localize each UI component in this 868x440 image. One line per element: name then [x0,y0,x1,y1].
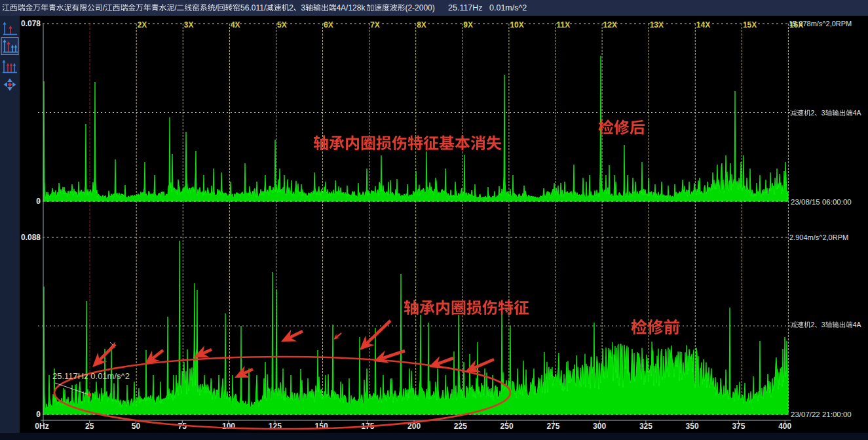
svg-text:25: 25 [85,422,94,431]
svg-text:2X: 2X [138,20,147,30]
svg-text:7X: 7X [370,20,380,30]
svg-text:4A/128k: 4A/128k [336,3,366,12]
svg-text:23/07/22 21:00:00: 23/07/22 21:00:00 [791,410,852,418]
svg-text:15X: 15X [743,20,757,30]
svg-text:0.088: 0.088 [21,233,41,242]
svg-text:0.078: 0.078 [21,19,41,28]
svg-text:10X: 10X [510,20,523,30]
svg-text:3: 3 [301,3,306,12]
svg-text:13X: 13X [650,20,664,30]
svg-text:3X: 3X [184,20,194,30]
svg-text:2: 2 [811,109,815,117]
svg-text:4X: 4X [231,20,240,30]
svg-text:50: 50 [132,422,141,431]
svg-text:(2-2000): (2-2000) [405,3,434,12]
svg-text:5X: 5X [277,20,287,30]
svg-text:275: 275 [546,422,559,431]
svg-text:150: 150 [315,422,328,431]
svg-text:11X: 11X [557,20,571,30]
svg-text:2: 2 [289,3,293,12]
svg-text:6X: 6X [324,20,333,30]
svg-text:0: 0 [36,197,41,206]
svg-text:9X: 9X [463,20,473,30]
svg-text:25.117Hz 0.01m/s^2: 25.117Hz 0.01m/s^2 [52,371,130,381]
svg-text:0.01m/s^2: 0.01m/s^2 [489,3,527,12]
svg-text:3: 3 [821,109,825,117]
svg-text:225: 225 [454,422,467,431]
svg-text:12X: 12X [603,20,617,30]
svg-text:15.078m/s^2,0RPM: 15.078m/s^2,0RPM [789,20,852,28]
svg-text:14X: 14X [696,20,710,30]
svg-text:23/08/15 06:00:00: 23/08/15 06:00:00 [791,198,852,206]
svg-text:400: 400 [778,422,791,431]
svg-text:4A: 4A [853,321,861,329]
svg-text:2.904m/s^2,0RPM: 2.904m/s^2,0RPM [789,233,848,241]
svg-text:25.117Hz: 25.117Hz [448,3,483,12]
svg-text:0Hz: 0Hz [35,422,48,431]
svg-text:3: 3 [821,321,825,329]
svg-text:375: 375 [732,422,745,431]
svg-text:0: 0 [36,410,41,419]
svg-text:2: 2 [811,321,815,329]
svg-text:325: 325 [639,422,652,431]
svg-text:56.011/: 56.011/ [240,3,267,12]
svg-text:4A: 4A [853,109,861,117]
svg-text:100: 100 [222,422,235,431]
svg-text:250: 250 [500,422,514,431]
svg-text:350: 350 [686,422,699,431]
svg-text:300: 300 [593,422,606,431]
svg-text:8X: 8X [417,20,426,30]
